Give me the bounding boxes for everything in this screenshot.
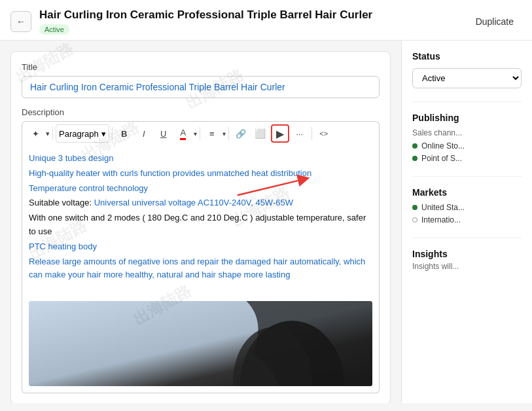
dropdown-arrow[interactable]: ▾ <box>46 130 50 138</box>
color-button[interactable]: A <box>174 124 192 143</box>
channel-item-online: Online Sto... <box>412 141 522 151</box>
back-icon: ← <box>16 16 26 27</box>
editor-line-7: Release large amounts of negative ions a… <box>29 255 372 283</box>
publishing-section: Publishing Sales chann... Online Sto... … <box>412 113 522 163</box>
more-icon: ··· <box>296 129 303 139</box>
underline-icon: U <box>160 129 166 139</box>
duplicate-button[interactable]: Duplicate <box>468 12 522 31</box>
italic-icon: I <box>143 129 145 139</box>
market-name-us: United Sta... <box>421 203 465 212</box>
channel-label: Sales chann... <box>412 128 522 137</box>
voltage-text: Universal universal voltage AC110V-240V,… <box>94 198 293 207</box>
divider-3 <box>200 127 200 140</box>
editor-area[interactable]: Unique 3 tubes design High-quality heate… <box>22 145 380 393</box>
editor-scroll: Unique 3 tubes design High-quality heate… <box>29 152 372 296</box>
status-section: Status Active Draft <box>412 51 522 88</box>
channel-name-online: Online Sto... <box>421 141 465 151</box>
market-dot-us <box>412 205 417 210</box>
align-arrow[interactable]: ▾ <box>222 130 226 137</box>
editor-line-4: Suitable voltage: Universal universal vo… <box>29 196 372 210</box>
underline-button[interactable]: U <box>154 124 173 143</box>
back-button[interactable]: ← <box>10 11 31 32</box>
insights-title: Insights <box>412 249 522 259</box>
editor-toolbar: ✦ ▾ Paragraph ▾ B I U A <box>22 121 380 145</box>
right-sidebar: Status Active Draft Publishing Sales cha… <box>401 41 532 403</box>
insights-section: Insights Insights will... <box>412 249 522 271</box>
color-arrow[interactable]: ▾ <box>194 130 197 137</box>
paragraph-select[interactable]: Paragraph ▾ <box>56 124 109 143</box>
channel-dot-online <box>412 143 417 149</box>
page-title: Hair Curling Iron Ceramic Professional T… <box>39 8 460 22</box>
align-button[interactable]: ≡ <box>203 124 221 143</box>
divider-1 <box>52 127 53 140</box>
editor-line-3: Temperature control technology <box>29 182 372 196</box>
market-dot-intl <box>412 217 417 223</box>
paragraph-label: Paragraph <box>59 129 99 139</box>
channel-dot-pos <box>412 156 417 161</box>
divider-sidebar-2 <box>412 176 522 177</box>
market-item-us: United Sta... <box>412 203 522 212</box>
header-title-area: Hair Curling Iron Ceramic Professional T… <box>39 8 460 35</box>
left-content: Title Description ✦ ▾ Paragraph ▾ B <box>0 41 401 403</box>
title-input[interactable] <box>22 76 380 98</box>
divider-5 <box>311 127 312 140</box>
magic-icon: ✦ <box>32 129 39 139</box>
channel-name-pos: Point of S... <box>421 154 462 163</box>
publishing-title: Publishing <box>412 113 522 123</box>
divider-sidebar-1 <box>412 101 522 102</box>
paragraph-chevron: ▾ <box>101 129 106 139</box>
bold-icon: B <box>121 129 127 139</box>
link-icon: 🔗 <box>236 129 246 139</box>
divider-sidebar-3 <box>412 238 522 238</box>
code-icon: <> <box>319 130 328 137</box>
color-icon: A <box>180 128 186 140</box>
status-title: Status <box>412 51 522 62</box>
magic-button[interactable]: ✦ <box>26 124 44 143</box>
channel-item-pos: Point of S... <box>412 154 522 163</box>
italic-button[interactable]: I <box>135 124 153 143</box>
image-button[interactable]: ⬜ <box>251 124 270 143</box>
markets-title: Markets <box>412 187 522 198</box>
description-label: Description <box>22 107 380 117</box>
divider-2 <box>112 127 113 140</box>
editor-line-6: PTC heating body <box>29 240 372 254</box>
main-layout: Title Description ✦ ▾ Paragraph ▾ B <box>0 41 532 403</box>
divider-4 <box>228 127 229 140</box>
product-image <box>29 301 372 386</box>
link-button[interactable]: 🔗 <box>232 124 250 143</box>
market-name-intl: Internatio... <box>421 215 461 224</box>
status-select[interactable]: Active Draft <box>412 68 522 88</box>
editor-line-2: High-quality heater with curls function … <box>29 167 372 181</box>
editor-line-5: With one switch and 2 modes ( 180 Deg.C … <box>29 211 372 239</box>
image-icon: ⬜ <box>255 128 266 139</box>
page-header: ← Hair Curling Iron Ceramic Professional… <box>0 0 532 41</box>
product-form-card: Title Description ✦ ▾ Paragraph ▾ B <box>10 51 391 403</box>
code-button[interactable]: <> <box>315 124 333 143</box>
align-icon: ≡ <box>209 129 215 139</box>
bold-button[interactable]: B <box>115 124 133 143</box>
video-button[interactable]: ▶ <box>271 124 289 143</box>
status-badge: Active <box>39 24 69 35</box>
more-button[interactable]: ··· <box>291 124 309 143</box>
title-label: Title <box>22 62 380 72</box>
video-icon: ▶ <box>276 128 284 140</box>
insights-subtitle: Insights will... <box>412 262 522 271</box>
market-item-intl: Internatio... <box>412 215 522 224</box>
editor-line-1: Unique 3 tubes design <box>29 152 372 166</box>
markets-section: Markets United Sta... Internatio... <box>412 187 522 224</box>
